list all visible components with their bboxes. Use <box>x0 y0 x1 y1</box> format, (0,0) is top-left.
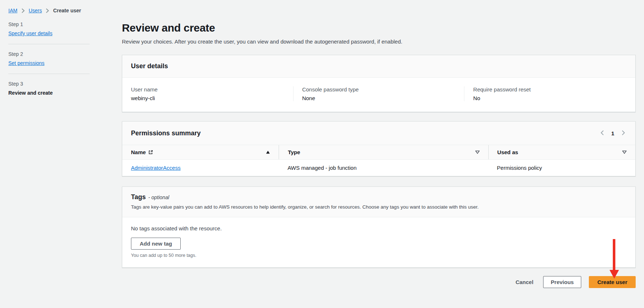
user-name-field: User name webiny-cli <box>122 86 293 101</box>
tags-limit-note: You can add up to 50 more tags. <box>131 253 627 258</box>
add-new-tag-button[interactable]: Add new tag <box>131 238 181 250</box>
user-details-body: User name webiny-cli Console password ty… <box>122 78 635 112</box>
main-content: Review and create Review your choices. A… <box>122 21 636 288</box>
tags-card: Tags - optional Tags are key-value pairs… <box>122 186 636 268</box>
console-password-type-value: None <box>302 95 456 101</box>
filter-dropdown-icon[interactable] <box>622 151 627 154</box>
step-3-label: Step 3 <box>8 81 90 87</box>
policy-used-as-cell: Permissions policy <box>488 160 635 176</box>
breadcrumb-link-iam[interactable]: IAM <box>8 8 17 13</box>
column-header-used-as[interactable]: Used as <box>488 145 635 159</box>
breadcrumb-current: Create user <box>53 8 81 13</box>
user-name-label: User name <box>131 86 284 93</box>
column-name-label: Name <box>131 149 146 155</box>
column-header-name[interactable]: Name <box>122 145 279 159</box>
user-details-title: User details <box>131 62 627 70</box>
external-link-icon <box>148 150 153 155</box>
policy-name-cell: AdministratorAccess <box>122 160 279 176</box>
breadcrumb: IAM Users Create user <box>8 8 81 13</box>
cancel-button[interactable]: Cancel <box>513 276 536 288</box>
wizard-footer-actions: Cancel Previous Create user <box>122 276 636 288</box>
tags-body: No tags associated with the resource. Ad… <box>122 217 635 267</box>
chevron-right-icon <box>46 8 49 13</box>
console-password-type-label: Console password type <box>302 86 456 93</box>
pagination-previous-button[interactable] <box>599 129 606 137</box>
require-password-reset-field: Require password reset No <box>464 86 635 101</box>
permissions-table-header: Name Type <box>122 145 635 160</box>
page-description: Review your choices. After you create th… <box>122 38 636 45</box>
pagination-next-button[interactable] <box>620 129 627 137</box>
policy-link-administratoraccess[interactable]: AdministratorAccess <box>131 165 181 171</box>
permissions-summary-header: Permissions summary 1 <box>122 122 635 145</box>
chevron-left-icon <box>600 130 605 137</box>
tags-empty-text: No tags associated with the resource. <box>131 225 627 231</box>
page-title: Review and create <box>122 21 636 35</box>
column-used-as-label: Used as <box>497 149 518 155</box>
create-user-button[interactable]: Create user <box>589 276 636 288</box>
column-type-label: Type <box>288 149 300 155</box>
tags-title: Tags <box>131 193 146 201</box>
require-password-reset-label: Require password reset <box>473 86 627 93</box>
step-2-block: Step 2 Set permissions <box>8 44 90 74</box>
step-3-current-review-and-create: Review and create <box>8 90 53 96</box>
policy-type-cell: AWS managed - job function <box>279 160 488 176</box>
step-1-link-specify-user-details[interactable]: Specify user details <box>8 30 52 36</box>
step-1-block: Step 1 Specify user details <box>8 21 90 44</box>
user-name-value: webiny-cli <box>131 95 284 101</box>
chevron-right-icon <box>21 8 25 13</box>
step-1-label: Step 1 <box>8 21 90 27</box>
table-row: AdministratorAccess AWS managed - job fu… <box>122 160 635 176</box>
tags-optional-suffix: - optional <box>148 194 169 200</box>
step-3-block: Step 3 Review and create <box>8 74 90 103</box>
tags-description: Tags are key-value pairs you can add to … <box>131 204 627 210</box>
wizard-steps-sidebar: Step 1 Specify user details Step 2 Set p… <box>8 21 90 103</box>
sort-ascending-icon[interactable] <box>266 151 270 154</box>
step-2-label: Step 2 <box>8 51 90 57</box>
pagination-current-page[interactable]: 1 <box>611 130 614 136</box>
require-password-reset-value: No <box>473 95 627 101</box>
step-2-link-set-permissions[interactable]: Set permissions <box>8 60 45 66</box>
permissions-summary-card: Permissions summary 1 Name <box>122 121 636 176</box>
chevron-right-icon <box>621 130 626 137</box>
column-header-type[interactable]: Type <box>279 145 488 159</box>
filter-dropdown-icon[interactable] <box>475 151 480 154</box>
pagination: 1 <box>599 129 627 137</box>
tags-header: Tags - optional Tags are key-value pairs… <box>122 187 635 217</box>
breadcrumb-link-users[interactable]: Users <box>29 8 42 13</box>
previous-button[interactable]: Previous <box>543 276 581 288</box>
permissions-summary-title: Permissions summary <box>131 130 201 137</box>
console-password-type-field: Console password type None <box>293 86 464 101</box>
user-details-card: User details User name webiny-cli Consol… <box>122 55 636 112</box>
user-details-header: User details <box>122 55 635 78</box>
